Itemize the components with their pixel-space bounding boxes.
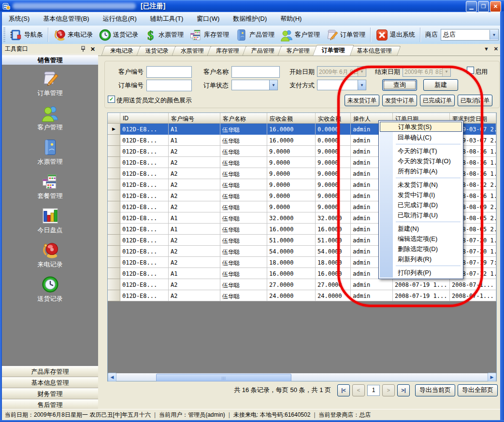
row-selector[interactable] bbox=[108, 157, 120, 168]
export-current-page-button[interactable]: 导出当前页 bbox=[415, 384, 455, 396]
row-selector[interactable] bbox=[108, 212, 120, 224]
menu-item[interactable]: 基本信息管理(B) bbox=[36, 12, 96, 26]
close-button[interactable]: ✕ bbox=[490, 1, 501, 12]
scrollbar-thumb[interactable]: ||| bbox=[156, 374, 291, 381]
pin-icon[interactable] bbox=[80, 46, 86, 52]
export-all-pages-button[interactable]: 导出全部页 bbox=[458, 384, 498, 396]
row-selector[interactable] bbox=[108, 268, 120, 279]
context-menu-item[interactable]: 已取消订单(U) bbox=[380, 210, 462, 220]
toolbar-button[interactable]: 来电记录 bbox=[50, 28, 96, 42]
toolbar-button[interactable]: 订单管理 bbox=[323, 28, 368, 42]
toolbar-button[interactable]: $水票管理 bbox=[141, 28, 187, 42]
tool-window-close-icon[interactable]: ✕ bbox=[90, 46, 95, 53]
tab-产品管理[interactable]: 产品管理 bbox=[242, 46, 283, 56]
toolbar-button[interactable]: 导航条 bbox=[7, 28, 46, 42]
sidebar-section-财务管理[interactable]: 财务管理 bbox=[2, 388, 98, 399]
prev-page-button[interactable]: < bbox=[352, 384, 365, 396]
page-number-input[interactable] bbox=[367, 385, 380, 396]
context-menu-item[interactable]: 打印列表(P) bbox=[380, 267, 462, 278]
table-row[interactable]: 012D-E8...A2伍华聪27.000027.0000admin2008-0… bbox=[108, 279, 496, 290]
sidebar-item-今日盘点[interactable]: 今日盘点 bbox=[38, 207, 63, 235]
context-menu-item[interactable]: 编辑选定项(E) bbox=[380, 234, 462, 244]
first-page-button[interactable]: |< bbox=[337, 384, 350, 396]
row-selector[interactable] bbox=[108, 201, 120, 212]
filter-button-未发货订单[interactable]: 未发货订单 bbox=[345, 95, 379, 106]
column-header-客户名称[interactable]: 客户名称 bbox=[220, 113, 267, 124]
menu-item[interactable]: 辅助工具(T) bbox=[144, 12, 190, 26]
menu-item[interactable]: 数据维护(D) bbox=[226, 12, 274, 26]
tab-库存管理[interactable]: 库存管理 bbox=[207, 46, 248, 56]
context-menu-item[interactable]: 已完成订单(D) bbox=[380, 200, 462, 210]
context-menu-item[interactable]: 删除选定项(D) bbox=[380, 244, 462, 254]
row-selector[interactable] bbox=[108, 257, 120, 268]
context-menu-item[interactable]: 发货中订单(I) bbox=[380, 190, 462, 200]
context-menu-item[interactable]: 订单发货(S) bbox=[380, 122, 462, 132]
toolbar-button[interactable]: 库存管理 bbox=[187, 28, 232, 42]
new-button[interactable]: 新建 bbox=[423, 79, 458, 91]
column-header-实收金额[interactable]: 实收金额 bbox=[316, 113, 351, 124]
customer-no-input[interactable] bbox=[146, 66, 192, 78]
filter-button-已取消订单[interactable]: 已取消订单 bbox=[458, 95, 492, 106]
row-selector[interactable] bbox=[108, 235, 120, 246]
column-header-ID[interactable]: ID bbox=[120, 113, 169, 124]
minimize-button[interactable]: ▁ bbox=[466, 1, 477, 12]
column-header-应收金额[interactable]: 应收金额 bbox=[267, 113, 316, 124]
payment-select[interactable]: ▼ bbox=[317, 80, 366, 90]
order-status-select[interactable]: ▼ bbox=[231, 80, 278, 90]
tab-来电记录[interactable]: 来电记录 bbox=[101, 46, 142, 56]
row-selector[interactable] bbox=[108, 290, 120, 301]
context-menu-item[interactable]: 新建(N) bbox=[380, 224, 462, 234]
horizontal-scrollbar[interactable]: ◀ ||| ▶ bbox=[108, 373, 496, 381]
sidebar-section-产品库存管理[interactable]: 产品库存管理 bbox=[2, 366, 98, 377]
enable-checkbox[interactable] bbox=[467, 67, 474, 74]
tab-水票管理[interactable]: 水票管理 bbox=[172, 46, 213, 56]
row-selector[interactable] bbox=[108, 246, 120, 257]
context-menu-item[interactable]: 所有的订单(A) bbox=[380, 166, 462, 176]
toolbar-button[interactable]: 产品管理 bbox=[232, 28, 277, 42]
shop-select[interactable]: 总店▼ bbox=[441, 29, 499, 41]
scroll-left-icon[interactable]: ◀ bbox=[108, 373, 116, 381]
table-row[interactable]: 012D-E8...A2伍华聪24.000024.0000admin2008-0… bbox=[108, 290, 496, 301]
row-selector[interactable] bbox=[108, 146, 120, 157]
menu-item[interactable]: 窗口(W) bbox=[190, 12, 226, 26]
query-button[interactable]: 查询 bbox=[382, 79, 417, 91]
context-menu-item[interactable]: 今天的订单(T) bbox=[380, 146, 462, 156]
tab-送货记录[interactable]: 送货记录 bbox=[136, 46, 177, 56]
delivery-color-checkbox[interactable]: ✓ bbox=[108, 96, 115, 103]
row-selector[interactable] bbox=[108, 179, 120, 190]
toolbar-button[interactable]: 退出系统 bbox=[373, 28, 418, 42]
start-date-picker[interactable]: 2009年 6月 8日 ▼ bbox=[317, 66, 366, 77]
order-no-input[interactable] bbox=[146, 80, 192, 91]
menu-item[interactable]: 运行信息(R) bbox=[96, 12, 144, 26]
tab-订单管理[interactable]: 订单管理 bbox=[313, 45, 354, 56]
next-page-button[interactable]: > bbox=[382, 384, 395, 396]
sidebar-item-来电记录[interactable]: 来电记录 bbox=[38, 241, 63, 269]
sidebar-item-客户管理[interactable]: 客户管理 bbox=[38, 104, 63, 132]
toolbar-button[interactable]: 送货记录 bbox=[96, 28, 141, 42]
sidebar-item-订单管理[interactable]: 订单管理 bbox=[38, 70, 63, 98]
end-date-picker[interactable]: 2009年 6月 8日 ▼ bbox=[403, 66, 451, 77]
context-menu-item[interactable]: 今天的发货订单(O) bbox=[380, 156, 462, 166]
scroll-right-icon[interactable]: ▶ bbox=[488, 373, 496, 381]
last-page-button[interactable]: >| bbox=[397, 384, 410, 396]
filter-button-发货中订单[interactable]: 发货中订单 bbox=[382, 95, 417, 106]
context-menu-item[interactable]: 未发货订单(N) bbox=[380, 180, 462, 190]
row-selector[interactable]: ▶ bbox=[108, 124, 120, 135]
tab-list-dropdown-icon[interactable]: ▼ bbox=[484, 46, 489, 52]
context-menu-item[interactable]: 刷新列表(R) bbox=[380, 254, 462, 264]
row-selector[interactable] bbox=[108, 168, 120, 179]
restore-button[interactable]: ❐ bbox=[478, 1, 489, 12]
sidebar-item-送货记录[interactable]: 送货记录 bbox=[38, 275, 63, 303]
menu-item[interactable]: 帮助(H) bbox=[274, 12, 308, 26]
tab-close-icon[interactable]: ✕ bbox=[494, 46, 498, 52]
sidebar-item-套餐管理[interactable]: 套餐管理 bbox=[38, 172, 63, 200]
toolbar-button[interactable]: 客户管理 bbox=[277, 28, 323, 42]
customer-name-input[interactable] bbox=[231, 66, 280, 78]
row-selector[interactable] bbox=[108, 224, 120, 235]
column-header-客户编号[interactable]: 客户编号 bbox=[169, 113, 220, 124]
row-selector[interactable] bbox=[108, 190, 120, 201]
sidebar-section-基本信息管理[interactable]: 基本信息管理 bbox=[2, 377, 98, 388]
filter-button-已完成订单[interactable]: 已完成订单 bbox=[420, 95, 455, 106]
row-selector[interactable] bbox=[108, 279, 120, 290]
tab-基本信息管理[interactable]: 基本信息管理 bbox=[348, 46, 401, 56]
